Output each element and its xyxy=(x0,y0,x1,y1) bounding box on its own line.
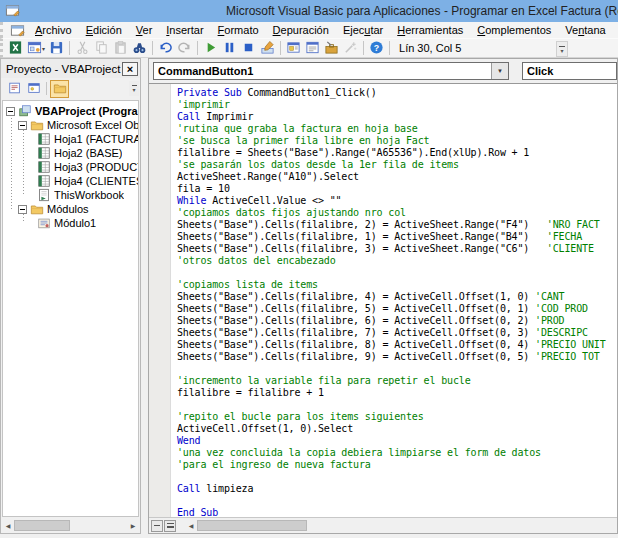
help-button[interactable]: ? xyxy=(367,39,386,57)
copy-button xyxy=(92,39,111,57)
procedure-dropdown[interactable]: Click xyxy=(522,62,617,80)
code-line[interactable]: 'se busca la primer fila libre en hoja F… xyxy=(177,135,606,147)
code-line[interactable]: fila = 10 xyxy=(177,183,606,195)
view-object-button[interactable] xyxy=(24,80,43,98)
separator xyxy=(152,41,153,55)
reset-button[interactable] xyxy=(239,39,258,57)
procedure-dropdown-value: Click xyxy=(523,65,616,77)
code-line[interactable]: Sheets("Base").Cells(filalibre, 9) = Act… xyxy=(177,351,606,363)
wizard-button xyxy=(341,39,360,57)
design-mode-button[interactable] xyxy=(258,39,277,57)
code-line[interactable]: Sheets("Base").Cells(filalibre, 7) = Act… xyxy=(177,327,606,339)
code-line[interactable] xyxy=(177,399,606,411)
undo-button[interactable] xyxy=(156,39,175,57)
code-line[interactable]: 'repito el bucle para los items siguient… xyxy=(177,411,606,423)
cursor-position-status: Lín 30, Col 5 xyxy=(399,42,461,54)
code-line[interactable]: ActiveSheet.Range("A10").Select xyxy=(177,171,606,183)
module-icon xyxy=(37,216,51,230)
menu-item-complementos[interactable]: Complementos xyxy=(470,23,558,37)
reset-icon xyxy=(241,40,256,57)
project-toolbar-overflow-button[interactable]: ▾ xyxy=(129,81,139,96)
project-panel-title: Proyecto - VBAProject xyxy=(6,63,122,75)
view-code-button[interactable] xyxy=(5,80,24,98)
full-module-view-button[interactable] xyxy=(164,520,176,532)
properties-window-button[interactable] xyxy=(303,39,322,57)
menu-item-herramientas[interactable]: Herramientas xyxy=(390,23,470,37)
code-editor[interactable]: Private Sub CommandButton1_Click()'impri… xyxy=(149,84,617,517)
chevron-down-icon[interactable]: ▼ xyxy=(491,63,508,79)
redo-icon xyxy=(177,40,192,57)
help-icon: ? xyxy=(369,40,384,57)
code-line[interactable]: 'copiamos datos fijos ajustando nro col xyxy=(177,207,606,219)
code-line[interactable]: filalibre = filalibre + 1 xyxy=(177,387,606,399)
menu-item-ayuda[interactable]: Ayuda xyxy=(613,23,618,37)
procedure-view-button[interactable] xyxy=(151,520,163,532)
code-line[interactable]: 'otros datos del encabezado xyxy=(177,255,606,267)
menu-item-ventana[interactable]: Ventana xyxy=(558,23,612,37)
code-line[interactable]: 'imprimir xyxy=(177,99,606,111)
scroll-left-icon[interactable]: ◀ xyxy=(185,520,197,532)
code-line[interactable]: 'para el ingreso de nueva factura xyxy=(177,459,606,471)
code-line[interactable]: Call limpieza xyxy=(177,483,606,495)
code-line[interactable]: Sheets("Base").Cells(filalibre, 2) = Act… xyxy=(177,219,606,231)
run-icon xyxy=(203,40,218,57)
collapse-icon[interactable] xyxy=(6,107,15,116)
code-line[interactable]: Sheets("Base").Cells(filalibre, 3) = Act… xyxy=(177,243,606,255)
tree-item-label: Microsoft Excel Objetos xyxy=(47,119,138,131)
code-line[interactable]: While ActiveCell.Value <> "" xyxy=(177,195,606,207)
scroll-right-icon[interactable]: ▶ xyxy=(127,519,139,531)
scrollbar-thumb[interactable] xyxy=(197,520,307,531)
menu-item-archivo[interactable]: Archivo xyxy=(28,23,79,37)
menu-item-ver[interactable]: Ver xyxy=(129,23,160,37)
collapse-icon[interactable] xyxy=(18,205,27,214)
run-button[interactable] xyxy=(201,39,220,57)
menu-item-edicion[interactable]: Edición xyxy=(79,23,129,37)
menu-item-ejecutar[interactable]: Ejecutar xyxy=(336,23,390,37)
code-line[interactable]: Sheets("Base").Cells(filalibre, 8) = Act… xyxy=(177,339,606,351)
code-line[interactable] xyxy=(177,363,606,375)
code-line[interactable]: filalibre = Sheets("Base").Range("A65536… xyxy=(177,147,606,159)
close-icon[interactable]: × xyxy=(122,62,138,76)
tree-item-label: Hoja3 (PRODUCTOS) xyxy=(54,161,138,173)
code-horizontal-scrollbar[interactable]: ◀ xyxy=(185,519,617,533)
code-line[interactable]: 'incremento la variable fila para repeti… xyxy=(177,375,606,387)
project-explorer-icon xyxy=(286,40,301,57)
toolbar-overflow-button[interactable]: ▾ xyxy=(556,41,568,57)
tree-item-vbaproject-programar[interactable]: VBAProject (Programar xyxy=(3,104,138,118)
object-dropdown[interactable]: CommandButton1 ▼ xyxy=(153,62,509,80)
code-line[interactable]: 'copiamos lista de items xyxy=(177,279,606,291)
code-line[interactable]: Private Sub CommandButton1_Click() xyxy=(177,87,606,99)
code-line[interactable]: End Sub xyxy=(177,507,606,517)
code-line[interactable]: ActiveCell.Offset(1, 0).Select xyxy=(177,423,606,435)
code-line[interactable]: Sheets("Base").Cells(filalibre, 5) = Act… xyxy=(177,303,606,315)
code-line[interactable]: 'rutina que graba la factura en hoja bas… xyxy=(177,123,606,135)
toggle-folders-button[interactable] xyxy=(50,80,69,98)
code-line[interactable]: 'se pasarán los datos desde la 1er fila … xyxy=(177,159,606,171)
save-icon xyxy=(49,40,64,57)
find-button[interactable] xyxy=(130,39,149,57)
code-line[interactable]: Sheets("Base").Cells(filalibre, 1) = Act… xyxy=(177,231,606,243)
code-line[interactable]: Sheets("Base").Cells(filalibre, 6) = Act… xyxy=(177,315,606,327)
scroll-left-icon[interactable]: ◀ xyxy=(2,519,14,531)
menu-item-insertar[interactable]: Insertar xyxy=(159,23,210,37)
menu-item-formato[interactable]: Formato xyxy=(211,23,266,37)
project-explorer-button[interactable] xyxy=(284,39,303,57)
menu-item-depuracion[interactable]: Depuración xyxy=(266,23,336,37)
vba-app-icon-small[interactable] xyxy=(10,23,24,37)
excel-button[interactable] xyxy=(6,39,25,57)
break-button[interactable] xyxy=(220,39,239,57)
code-line[interactable]: 'una vez concluida la copia debiera limp… xyxy=(177,447,606,459)
chevron-down-icon[interactable]: ▾ xyxy=(42,45,45,52)
code-line[interactable] xyxy=(177,267,606,279)
code-line[interactable]: Sheets("Base").Cells(filalibre, 4) = Act… xyxy=(177,291,606,303)
code-line[interactable]: Call Imprimir xyxy=(177,111,606,123)
code-line[interactable] xyxy=(177,495,606,507)
code-line[interactable] xyxy=(177,471,606,483)
project-horizontal-scrollbar[interactable]: ◀ ▶ xyxy=(2,518,139,532)
separator xyxy=(197,41,198,55)
toolbox-button[interactable] xyxy=(322,39,341,57)
collapse-icon[interactable] xyxy=(18,121,27,130)
save-button[interactable] xyxy=(47,39,66,57)
scrollbar-thumb[interactable] xyxy=(14,520,70,531)
code-line[interactable]: Wend xyxy=(177,435,606,447)
